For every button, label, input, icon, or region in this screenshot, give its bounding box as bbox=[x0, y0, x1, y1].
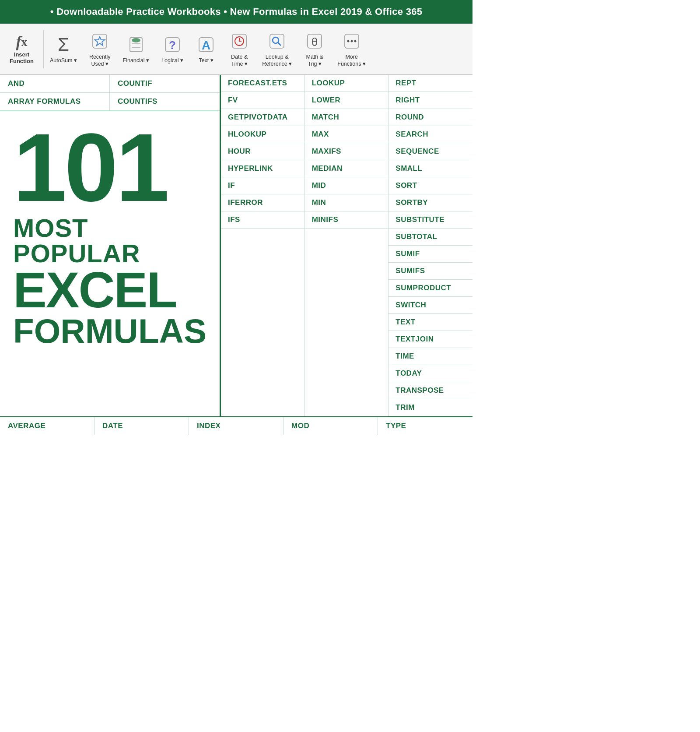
list-item: IF bbox=[221, 177, 304, 194]
bottom-function-row: AVERAGE DATE INDEX MOD TYPE bbox=[0, 416, 472, 435]
list-item: DATE bbox=[94, 417, 189, 435]
list-item: TEXT bbox=[388, 314, 472, 331]
list-item: HLOOKUP bbox=[221, 126, 304, 143]
list-item: HOUR bbox=[221, 143, 304, 160]
list-item: LOWER bbox=[305, 92, 388, 109]
logical-button[interactable]: ? Logical ▾ bbox=[155, 32, 189, 67]
text-icon-box: A bbox=[196, 34, 217, 55]
list-item: SEARCH bbox=[388, 126, 472, 143]
svg-marker-1 bbox=[95, 37, 105, 46]
list-item: MID bbox=[305, 177, 388, 194]
list-item: MAXIFS bbox=[305, 143, 388, 160]
svg-point-21 bbox=[350, 40, 353, 42]
recently-used-label: RecentlyUsed ▾ bbox=[89, 53, 111, 68]
big-title-section: 101 MOST POPULAR EXCEL FORMULAS bbox=[0, 111, 220, 348]
list-item: SEQUENCE bbox=[388, 143, 472, 160]
big-number: 101 bbox=[13, 124, 206, 211]
recently-used-icon-box bbox=[89, 31, 110, 52]
list-item: TRANSPOSE bbox=[388, 382, 472, 399]
list-item: SUBSTITUTE bbox=[388, 211, 472, 229]
more-functions-button[interactable]: MoreFunctions ▾ bbox=[331, 28, 372, 70]
left-top-function-grid: AND COUNTIF ARRAY FORMULAS COUNTIFS bbox=[0, 75, 220, 111]
list-item: IFS bbox=[221, 211, 304, 229]
recently-used-button[interactable]: RecentlyUsed ▾ bbox=[83, 28, 117, 70]
list-item: TIME bbox=[388, 348, 472, 365]
text-label: Text ▾ bbox=[199, 57, 213, 64]
lookup-reference-label: Lookup &Reference ▾ bbox=[262, 53, 292, 68]
function-col-2: LOOKUP LOWER MATCH MAX MAXIFS MEDIAN MID… bbox=[305, 75, 389, 416]
list-item: MINIFS bbox=[305, 211, 388, 229]
big-text-most: MOST POPULAR bbox=[13, 215, 206, 266]
autosum-label: AutoSum ▾ bbox=[50, 57, 77, 64]
function-col-3: REPT RIGHT ROUND SEARCH SEQUENCE SMALL S… bbox=[388, 75, 472, 416]
list-item: SUMIF bbox=[388, 246, 472, 263]
list-item: MATCH bbox=[305, 109, 388, 126]
main-content: AND COUNTIF ARRAY FORMULAS COUNTIFS 101 … bbox=[0, 75, 472, 416]
svg-point-20 bbox=[347, 40, 349, 42]
left-section: AND COUNTIF ARRAY FORMULAS COUNTIFS 101 … bbox=[0, 75, 220, 416]
question-icon: ? bbox=[163, 35, 182, 54]
insert-function-button[interactable]: fx InsertFunction bbox=[0, 30, 44, 68]
list-item: MIN bbox=[305, 194, 388, 211]
list-item: TYPE bbox=[378, 417, 472, 435]
star-icon bbox=[90, 32, 109, 51]
autosum-icon-box: Σ bbox=[53, 34, 74, 55]
list-item: TRIM bbox=[388, 399, 472, 416]
more-functions-label: MoreFunctions ▾ bbox=[337, 53, 366, 68]
database-icon bbox=[126, 35, 146, 54]
list-item: REPT bbox=[388, 75, 472, 92]
svg-text:?: ? bbox=[169, 39, 176, 52]
list-item: ROUND bbox=[388, 109, 472, 126]
svg-point-3 bbox=[132, 38, 140, 42]
banner-text: • Downloadable Practice Workbooks • New … bbox=[50, 6, 423, 17]
financial-label: Financial ▾ bbox=[123, 57, 150, 64]
list-item: FORECAST.ETS bbox=[221, 75, 304, 92]
list-item: TEXTJOIN bbox=[388, 331, 472, 348]
theta-icon: θ bbox=[305, 32, 324, 51]
list-item: GETPIVOTDATA bbox=[221, 109, 304, 126]
date-time-button[interactable]: Date &Time ▾ bbox=[223, 28, 256, 70]
financial-button[interactable]: Financial ▾ bbox=[117, 32, 156, 67]
lookup-reference-icon-box bbox=[266, 31, 287, 52]
list-item: COUNTIFS bbox=[110, 93, 220, 111]
list-item: MEDIAN bbox=[305, 160, 388, 177]
function-col-1: FORECAST.ETS FV GETPIVOTDATA HLOOKUP HOU… bbox=[221, 75, 305, 416]
text-button[interactable]: A Text ▾ bbox=[189, 32, 223, 67]
list-item: SWITCH bbox=[388, 297, 472, 314]
list-item: RIGHT bbox=[388, 92, 472, 109]
financial-icon-box bbox=[126, 34, 147, 55]
list-item: TODAY bbox=[388, 365, 472, 382]
list-item: SORT bbox=[388, 177, 472, 194]
ribbon: fx InsertFunction Σ AutoSum ▾ RecentlyUs… bbox=[0, 24, 472, 75]
list-item: HYPERLINK bbox=[221, 160, 304, 177]
list-item: AND bbox=[0, 75, 110, 93]
right-section: FORECAST.ETS FV GETPIVOTDATA HLOOKUP HOU… bbox=[220, 75, 472, 416]
date-time-label: Date &Time ▾ bbox=[231, 53, 248, 68]
list-item: SUMIFS bbox=[388, 263, 472, 280]
list-item: COUNTIF bbox=[110, 75, 220, 93]
svg-point-15 bbox=[273, 37, 279, 43]
svg-text:θ: θ bbox=[312, 35, 318, 49]
list-item: AVERAGE bbox=[0, 417, 94, 435]
autosum-button[interactable]: Σ AutoSum ▾ bbox=[44, 32, 83, 67]
fx-icon: fx bbox=[16, 34, 28, 49]
logical-label: Logical ▾ bbox=[161, 57, 183, 64]
list-item: SMALL bbox=[388, 160, 472, 177]
list-item: INDEX bbox=[189, 417, 284, 435]
list-item: SUMPRODUCT bbox=[388, 280, 472, 297]
svg-line-16 bbox=[278, 42, 281, 46]
math-trig-button[interactable]: θ Math &Trig ▾ bbox=[298, 28, 331, 70]
math-trig-icon-box: θ bbox=[304, 31, 325, 52]
function-columns: FORECAST.ETS FV GETPIVOTDATA HLOOKUP HOU… bbox=[220, 75, 472, 416]
big-text-excel: EXCEL bbox=[13, 266, 206, 314]
ribbon-items: Σ AutoSum ▾ RecentlyUsed ▾ bbox=[44, 28, 372, 70]
list-item: MOD bbox=[284, 417, 378, 435]
list-item: SORTBY bbox=[388, 194, 472, 211]
logical-icon-box: ? bbox=[162, 34, 183, 55]
list-item: MAX bbox=[305, 126, 388, 143]
more-functions-icon-box bbox=[341, 31, 362, 52]
sigma-icon: Σ bbox=[58, 34, 69, 55]
lookup-reference-button[interactable]: Lookup &Reference ▾ bbox=[256, 28, 298, 70]
svg-point-22 bbox=[354, 40, 356, 42]
math-trig-label: Math &Trig ▾ bbox=[306, 53, 323, 68]
